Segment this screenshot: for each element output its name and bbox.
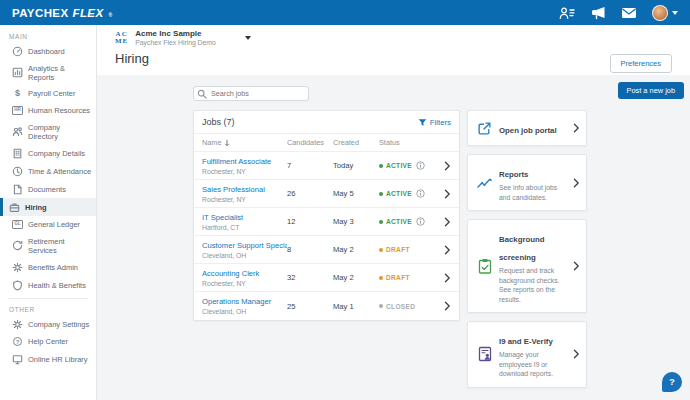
external-link-icon [476,121,493,136]
help-button[interactable]: ? [662,372,682,392]
page-header: AC ME Acme Inc Sample Paychex Flex Hirin… [97,25,690,75]
sidebar-item-health-benefits[interactable]: Health & Benefits [0,276,96,294]
job-created: May 1 [333,302,379,311]
sort-descending-icon [224,139,230,147]
payroll-dollar-icon: $ [12,89,23,98]
i9-everify-card[interactable]: I9 and E-Verify Manage your employees I9… [467,321,587,388]
gl-badge-icon: GL [12,220,23,229]
chevron-right-icon[interactable] [439,161,451,171]
sidebar-item-payroll-center[interactable]: $ Payroll Center [0,85,96,102]
search-icon [197,85,207,103]
sidebar-item-analytics-reports[interactable]: Analytics & Reports [0,60,96,85]
open-job-portal-card[interactable]: Open job portal [467,110,587,146]
sidebar-item-dashboard[interactable]: Dashboard [0,42,96,60]
sidebar-item-benefits-admin[interactable]: Benefits Admin [0,258,96,276]
retirement-icon [12,240,23,251]
filters-button[interactable]: Filters [418,118,451,127]
status-dot [379,164,383,168]
column-header-name[interactable]: Name [202,138,287,147]
table-row[interactable]: Operations Manager Cleveland, OH 25 May … [194,292,459,320]
sidebar-item-online-hr-library[interactable]: Online HR Library [0,350,96,368]
sidebar-item-help-center[interactable]: ? Help Center [0,333,96,350]
table-row[interactable]: IT Specialist Hartford, CT 12 May 3 ACTI… [194,208,459,236]
chevron-right-icon[interactable] [571,261,580,271]
job-candidates: 8 [287,245,333,254]
preferences-button[interactable]: Preferences [610,54,672,73]
search-input[interactable] [193,86,309,101]
status-dot [379,220,383,224]
status-label: CLOSED [386,303,415,310]
chevron-right-icon[interactable] [439,217,451,227]
job-link[interactable]: IT Specialist [202,213,287,222]
table-column-headers: Name Candidates Created Status [194,133,459,152]
shield-icon [12,280,23,291]
i9-document-icon [476,346,493,362]
status-label: ACTIVE [386,190,412,197]
column-header-created[interactable]: Created [333,138,379,147]
sidebar-item-hiring[interactable]: Hiring [0,198,96,216]
job-link[interactable]: Accounting Clerk [202,269,287,278]
chevron-right-icon[interactable] [571,178,580,188]
caret-down-icon [245,36,251,40]
job-created: May 2 [333,273,379,282]
chevron-right-icon[interactable] [439,301,451,311]
job-link[interactable]: Operations Manager [202,297,287,306]
status-label: DRAFT [386,246,410,253]
question-circle-icon: ? [12,337,23,346]
job-location: Hartford, CT [202,224,287,231]
info-icon[interactable] [416,161,425,170]
info-icon[interactable] [416,189,425,198]
company-subtitle: Paychex Flex Hiring Demo [135,39,215,46]
chevron-right-icon[interactable] [439,189,451,199]
info-icon[interactable] [416,217,425,226]
column-header-candidates[interactable]: Candidates [287,138,333,147]
job-candidates: 32 [287,273,333,282]
page-title: Hiring [115,51,672,66]
post-new-job-button[interactable]: Post a new job [618,82,684,99]
job-link[interactable]: Customer Support Specialist [202,241,287,250]
sidebar-item-label: Analytics & Reports [28,64,92,82]
job-status: ACTIVE [379,161,439,170]
job-location: Rochester, NY [202,168,287,175]
funnel-icon [418,118,427,127]
background-screening-card[interactable]: Background screening Request and track b… [467,219,587,313]
sidebar-section-main: MAIN [0,30,96,42]
table-row[interactable]: Sales Professional Rochester, NY 26 May … [194,180,459,208]
chevron-right-icon[interactable] [439,245,451,255]
sidebar-item-human-resources[interactable]: HR Human Resources [0,102,96,119]
card-title: I9 and E-Verify [499,337,553,346]
column-header-status[interactable]: Status [379,138,439,147]
chevron-right-icon[interactable] [571,349,580,359]
monitor-icon [12,354,23,365]
sidebar-section-other: OTHER [0,303,96,315]
sidebar-item-label: Retirement Services [28,237,92,255]
reports-card[interactable]: Reports See info about jobs and candidat… [467,154,587,211]
sidebar-item-company-details[interactable]: Company Details [0,144,96,162]
sidebar-item-label: Human Resources [28,106,90,115]
table-row[interactable]: Accounting Clerk Rochester, NY 32 May 2 … [194,264,459,292]
job-status: DRAFT [379,246,439,253]
table-row[interactable]: Customer Support Specialist Cleveland, O… [194,236,459,264]
benefits-gear-icon [12,262,23,273]
sidebar-item-retirement-services[interactable]: Retirement Services [0,233,96,258]
toolbar: Post a new job [193,82,684,101]
caret-down-icon [672,11,678,15]
chevron-right-icon[interactable] [439,273,451,283]
table-row[interactable]: Fulfillment Associate Rochester, NY 7 To… [194,152,459,180]
sidebar-item-general-ledger[interactable]: GL General Ledger [0,216,96,233]
company-selector[interactable]: AC ME Acme Inc Sample Paychex Flex Hirin… [115,29,251,46]
chevron-right-icon[interactable] [571,123,580,133]
people-icon[interactable] [559,6,575,20]
megaphone-icon[interactable] [590,6,606,20]
mail-icon[interactable] [621,6,637,20]
job-link[interactable]: Fulfillment Associate [202,157,287,166]
user-menu[interactable] [652,5,678,21]
sidebar-item-company-settings[interactable]: Company Settings [0,315,96,333]
job-link[interactable]: Sales Professional [202,185,287,194]
sidebar-item-documents[interactable]: Documents [0,180,96,198]
avatar[interactable] [652,5,668,21]
sidebar-item-company-directory[interactable]: Company Directory [0,119,96,144]
sidebar-item-time-attendance[interactable]: Time & Attendance [0,162,96,180]
card-title: Open job portal [499,126,557,135]
status-dot [379,276,383,280]
